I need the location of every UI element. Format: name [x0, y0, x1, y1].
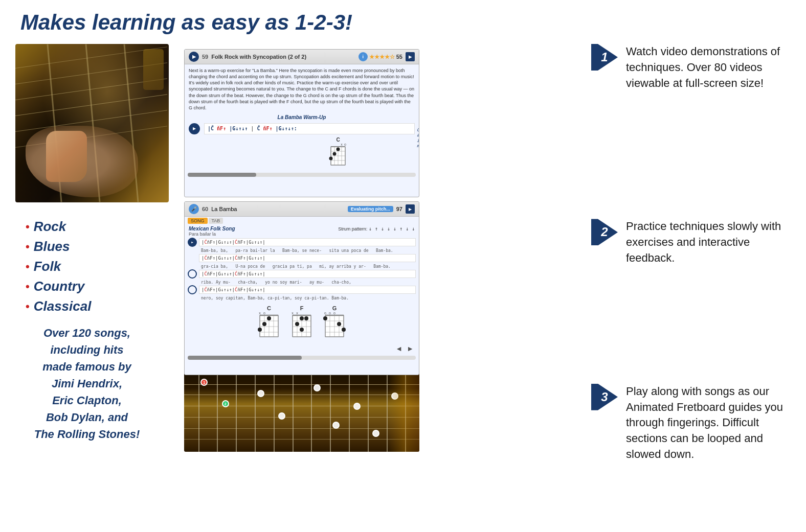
star-rating: ★★★★☆ — [369, 54, 395, 60]
lyrics-row-4: nero, soy capitan, Bam-ba, ca-pi-tan, so… — [188, 295, 416, 301]
lesson-description: Next is a warm-up exercise for "La Bamba… — [189, 67, 415, 111]
chord-c-name: C — [267, 305, 271, 311]
chord-diagram-c: C x — [258, 305, 280, 339]
svg-point-11 — [337, 147, 340, 151]
play-button-top[interactable] — [406, 52, 415, 61]
bullet-country: • — [26, 278, 30, 295]
chord-diagram-f: F x — [290, 305, 313, 339]
lyrics-row-2: gra-cia ba, U-na poca de gracia pa ti, p… — [188, 264, 416, 269]
notation-play-button[interactable] — [189, 123, 200, 134]
screenshot-bottom-panel: 🎤 60 La Bamba Evaluating pitch... 97 SON… — [184, 201, 419, 375]
prev-arrow[interactable]: ◄ — [395, 344, 402, 353]
strum-icons: ↓ ↑ ↓ ↓ ↓ ↑ ↓ ↓ — [369, 226, 415, 232]
song-meta: Mexican Folk Song Para bailar la — [189, 226, 235, 237]
note-dot-7 — [353, 403, 361, 410]
step-2-number: 2 — [601, 225, 608, 239]
notation-area-top: |Ĉ ňF↑ |G↓↑↓↑ | Ĉ ňF↑ |G↓↑↓↑: Change to … — [189, 123, 415, 134]
genre-item-rock: • Rock — [26, 217, 174, 237]
chord-f-grid: x x — [290, 312, 313, 339]
step-3-number: 3 — [601, 390, 608, 404]
notation-strip-top: |Ĉ ňF↑ |G↓↑↓↑ | Ĉ ňF↑ |G↓↑↓↑: Change to … — [204, 123, 415, 134]
lyrics-row-3: riba. Ay mu- cha-cha, yo no soy mari- ay… — [188, 280, 416, 285]
right-column: 1 Watch video demonstrations of techniqu… — [576, 44, 791, 462]
genre-item-folk: • Folk — [26, 257, 174, 276]
string-5 — [184, 428, 419, 429]
svg-text:o: o — [344, 144, 346, 146]
svg-point-31 — [258, 328, 262, 332]
song-name-italic: Mexican Folk Song — [189, 226, 235, 232]
svg-point-63 — [323, 316, 327, 320]
notation-row-4: |ĈňF↑|G↓↑↓↑|ĈňF↑|G↓↑↓↑| — [188, 285, 416, 294]
genre-item-blues: • Blues — [26, 237, 174, 257]
screenshot-top-header: ▶ 59 Folk Rock with Syncopation (2 of 2)… — [185, 50, 419, 64]
notation-row-1: |ĈňF↑|G↓↑↓↑|ĈňF↑|G↓↑↓↑| — [188, 238, 416, 247]
notation-outline-4 — [188, 285, 197, 294]
chord-area-top: C — [189, 136, 415, 168]
svg-text:o: o — [333, 312, 335, 315]
step-3: 3 Play along with songs as our Animated … — [591, 384, 791, 462]
step-1-number: 1 — [601, 50, 608, 64]
string-2 — [184, 395, 419, 395]
note-dot-3 — [257, 390, 264, 397]
lesson-score-bottom: 97 — [396, 206, 402, 212]
mic-icon: 🎤 — [189, 204, 199, 214]
genre-list: • Rock • Blues • Folk • Country • Clas — [26, 217, 174, 316]
step-1-badge: 1 — [591, 44, 618, 71]
scrollbar-top-fill — [188, 173, 256, 177]
lesson-score-top: 55 — [396, 54, 402, 60]
chord-diagrams-bottom: C x — [185, 301, 419, 343]
string-1 — [184, 384, 419, 385]
lesson-number-bottom: 60 — [202, 206, 208, 212]
tab-song[interactable]: SONG — [188, 218, 208, 224]
bullet-folk: • — [26, 258, 30, 275]
genre-item-country: • Country — [26, 276, 174, 296]
svg-point-46 — [304, 316, 308, 320]
svg-point-65 — [342, 328, 346, 332]
left-column: • Rock • Blues • Folk • Country • Clas — [15, 44, 174, 443]
bullet-classical: • — [26, 298, 30, 315]
string-6 — [184, 439, 419, 440]
note-dot-1: 1 — [200, 379, 208, 386]
page-title: Makes learning as easy as 1-2-3! — [20, 10, 791, 35]
warm-up-title: La Bamba Warm-Up — [189, 114, 415, 121]
svg-point-64 — [337, 322, 341, 326]
genre-item-classical: • Classical — [26, 296, 174, 316]
next-arrow[interactable]: ► — [407, 344, 414, 353]
rating-area: i ★★★★☆ 55 — [359, 52, 402, 61]
note-dot-4 — [278, 412, 285, 420]
tab-tab[interactable]: TAB — [209, 218, 223, 224]
guitar-neck-bottom: 1 2 — [184, 373, 419, 452]
svg-text:x: x — [296, 312, 298, 315]
notation-row-2: |ĈňF↑|G↓↑↓↑|ĈňF↑|G↓↑↓↑| — [188, 253, 416, 263]
svg-text:o: o — [329, 312, 331, 315]
screenshot-bottom-header: 🎤 60 La Bamba Evaluating pitch... 97 — [185, 202, 419, 217]
string-4 — [184, 417, 419, 418]
scrollbar-bottom[interactable] — [188, 356, 416, 360]
step-1: 1 Watch video demonstrations of techniqu… — [591, 44, 791, 91]
notation-outline-3 — [188, 269, 197, 279]
para-bailar: Para bailar la — [189, 232, 235, 237]
evaluating-badge: Evaluating pitch... — [348, 206, 393, 212]
step-2-text: Practice techniques slowly with exercise… — [626, 219, 791, 266]
screenshot-top-panel: ▶ 59 Folk Rock with Syncopation (2 of 2)… — [184, 49, 419, 197]
neck-background: 1 2 — [184, 373, 419, 452]
song-info-row: Mexican Folk Song Para bailar la Strum p… — [185, 225, 419, 238]
svg-point-48 — [300, 328, 304, 332]
lesson-number-top: 59 — [202, 54, 208, 60]
chord-diagram-g: G o — [323, 305, 346, 339]
content-area: • Rock • Blues • Folk • Country • Clas — [15, 44, 791, 462]
note-dot-8 — [372, 430, 379, 437]
svg-text:x: x — [292, 312, 294, 315]
svg-point-13 — [329, 156, 333, 160]
step-2: 2 Practice techniques slowly with exerci… — [591, 219, 791, 266]
change-note: Change to the G here and continue strumm… — [417, 128, 419, 149]
info-icon: i — [359, 52, 368, 61]
svg-point-47 — [295, 322, 299, 326]
svg-text:o: o — [263, 312, 265, 315]
scrollbar-top[interactable] — [188, 173, 416, 177]
play-button-bottom[interactable] — [406, 204, 415, 214]
svg-point-30 — [262, 322, 266, 326]
chord-c-diagram: C — [328, 136, 348, 168]
chord-g-name: G — [332, 305, 337, 311]
notation-play-1[interactable] — [188, 238, 197, 247]
